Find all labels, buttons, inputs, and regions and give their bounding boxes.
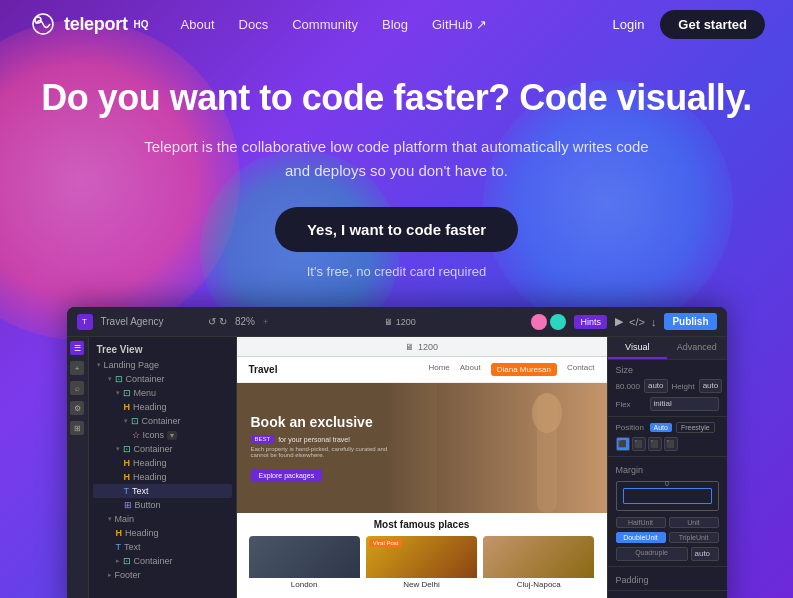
publish-button[interactable]: Publish (664, 313, 716, 330)
tab-visual[interactable]: Visual (608, 337, 668, 359)
travel-card-label-delhi: New Delhi (366, 578, 477, 591)
position-buttons: ⬛ ⬛ ⬛ ⬛ (616, 437, 678, 451)
travel-explore-btn[interactable]: Explore packages (251, 469, 323, 482)
layers-icon[interactable]: ⊞ (70, 421, 84, 435)
nav-docs[interactable]: Docs (239, 17, 269, 32)
tree-footer[interactable]: ▸ Footer (93, 568, 232, 582)
margin-custom[interactable]: auto (691, 547, 719, 561)
tree-item-label: Icons (143, 430, 165, 440)
travel-card-label-london: London (249, 578, 360, 591)
margin-halfunit[interactable]: HalfUnit (616, 517, 666, 528)
toolbar-plus[interactable]: + (263, 317, 268, 327)
navbar: teleportHQ About Docs Community Blog Git… (0, 0, 793, 48)
travel-nav-about: About (460, 363, 481, 376)
tree-text-2[interactable]: T Text (93, 540, 232, 554)
tree-item-label: Footer (115, 570, 141, 580)
tree-button[interactable]: ⊞ Button (93, 498, 232, 512)
canvas-content: Travel Home About Diana Muresan Contact (237, 357, 607, 598)
right-panel-tabs: Visual Advanced (608, 337, 727, 360)
size-flex-row: Flex initial (608, 395, 727, 413)
auto-badge[interactable]: Auto (650, 423, 672, 432)
code-icon[interactable]: </> (629, 316, 645, 328)
tree-container-4[interactable]: ▸ ⊡ Container (93, 554, 232, 568)
tree-heading-4[interactable]: H Heading (93, 526, 232, 540)
margin-options-row-3: Quadruple auto (608, 545, 727, 563)
add-element-icon[interactable]: + (70, 361, 84, 375)
text-icon-2: T (116, 542, 122, 552)
travel-site-preview: Travel Home About Diana Muresan Contact (237, 357, 607, 598)
container-icon-3: ⊡ (123, 444, 131, 454)
divider-2 (608, 456, 727, 457)
toolbar-hints[interactable]: Hints (574, 315, 607, 329)
login-button[interactable]: Login (613, 17, 645, 32)
margin-tripleunit[interactable]: TripleUnit (669, 532, 719, 543)
divider-4 (608, 590, 727, 591)
travel-card-img-delhi: Viral Post (366, 536, 477, 578)
nav-links: About Docs Community Blog GitHub ↗ (181, 17, 613, 32)
hero-cta-button[interactable]: Yes, I want to code faster (275, 207, 518, 252)
tree-item-label: Container (134, 444, 173, 454)
pos-btn-4[interactable]: ⬛ (664, 437, 678, 451)
tab-advanced[interactable]: Advanced (667, 337, 727, 359)
margin-unit[interactable]: Unit (669, 517, 719, 528)
size-flex-label: Flex (616, 400, 646, 409)
margin-options-row: HalfUnit Unit (608, 515, 727, 530)
svg-point-3 (532, 393, 562, 433)
tree-container-1[interactable]: ▾ ⊡ Container (93, 372, 232, 386)
tree-badge: ▾ (167, 431, 177, 440)
tree-item-label: Container (134, 556, 173, 566)
download-icon[interactable]: ↓ (651, 316, 657, 328)
avatar-1 (531, 314, 547, 330)
play-icon[interactable]: ▶ (615, 315, 623, 328)
tree-menu[interactable]: ▾ ⊡ Menu (93, 386, 232, 400)
menu-container-icon: ⊡ (123, 388, 131, 398)
margin-top-val: 0 (665, 480, 669, 487)
avatar-2 (550, 314, 566, 330)
tree-landing-page[interactable]: ▾ Landing Page (93, 358, 232, 372)
tree-main[interactable]: ▾ Main (93, 512, 232, 526)
position-title: Position (616, 423, 646, 432)
tree-text-selected[interactable]: T Text (93, 484, 232, 498)
position-buttons-row: ⬛ ⬛ ⬛ ⬛ (608, 435, 727, 453)
pos-btn-1[interactable]: ⬛ (616, 437, 630, 451)
toolbar-undo-redo[interactable]: ↺ ↻ (208, 316, 227, 327)
tree-icons[interactable]: ☆ Icons ▾ (93, 428, 232, 442)
travel-nav-contact: Contact (567, 363, 595, 376)
search-icon[interactable]: ⌕ (70, 381, 84, 395)
tree-container-2[interactable]: ▾ ⊡ Container (93, 414, 232, 428)
text-content-row: Text Content Each property... (608, 594, 727, 598)
travel-nav-active: Diana Muresan (491, 363, 557, 376)
divider-3 (608, 566, 727, 567)
margin-doubleunit[interactable]: DoubleUnit (616, 532, 666, 543)
tree-container-3[interactable]: ▾ ⊡ Container (93, 442, 232, 456)
heading-icon-3: H (124, 472, 131, 482)
tree-heading-3[interactable]: H Heading (93, 470, 232, 484)
logo[interactable]: teleportHQ (28, 9, 149, 39)
nav-community[interactable]: Community (292, 17, 358, 32)
travel-card-cluj: Cluj-Napoca (483, 536, 594, 591)
tree-view-icon[interactable]: ☰ (70, 341, 84, 355)
container-icon-2: ⊡ (131, 416, 139, 426)
get-started-button[interactable]: Get started (660, 10, 765, 39)
travel-nav-home: Home (428, 363, 449, 376)
pos-btn-2[interactable]: ⬛ (632, 437, 646, 451)
freestyle-badge[interactable]: Freestyle (676, 422, 715, 433)
nav-about[interactable]: About (181, 17, 215, 32)
tree-item-label: Heading (133, 402, 167, 412)
travel-cards: London Viral Post New Delhi Cluj-Napoca (249, 536, 595, 591)
margin-options-row-2: DoubleUnit TripleUnit (608, 530, 727, 545)
tree-heading-2[interactable]: H Heading (93, 456, 232, 470)
margin-quadruple[interactable]: Quadruple (616, 547, 688, 561)
canvas-device-bar: 🖥 1200 (237, 337, 607, 357)
tree-item-label: Container (142, 416, 181, 426)
settings-icon[interactable]: ⚙ (70, 401, 84, 415)
tree-heading-1[interactable]: H Heading (93, 400, 232, 414)
nav-github[interactable]: GitHub ↗ (432, 17, 487, 32)
text-icon: T (124, 486, 130, 496)
app-toolbar: T Travel Agency ↺ ↻ 82% + 🖥 1200 Hints ▶… (67, 307, 727, 337)
tree-item-label: Container (126, 374, 165, 384)
pos-btn-3[interactable]: ⬛ (648, 437, 662, 451)
tree-item-label: Heading (133, 458, 167, 468)
nav-blog[interactable]: Blog (382, 17, 408, 32)
toolbar-zoom[interactable]: 82% (235, 316, 255, 327)
